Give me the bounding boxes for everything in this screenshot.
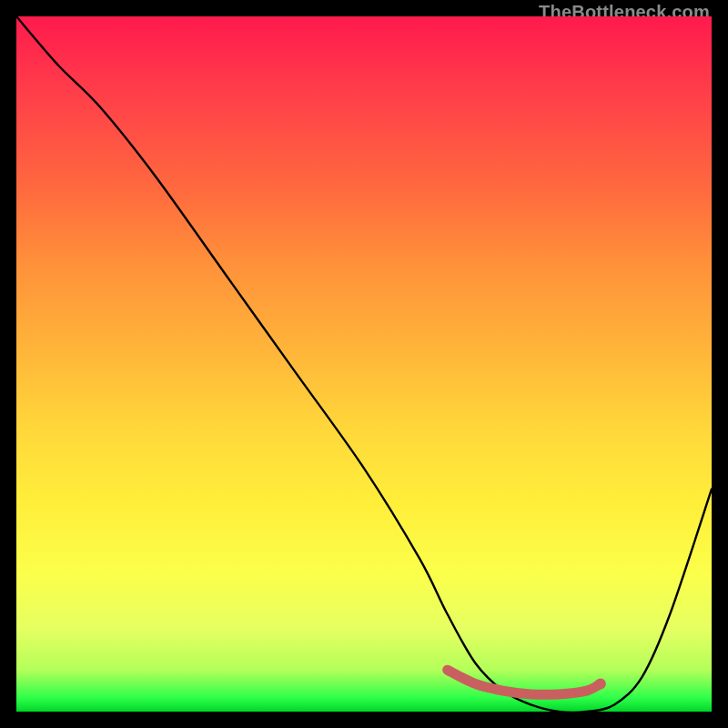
highlight-band-path [448, 670, 601, 694]
chart-svg [16, 16, 712, 712]
bottleneck-curve-path [16, 16, 712, 712]
chart-frame [16, 16, 712, 712]
highlight-end-dot [595, 678, 606, 689]
